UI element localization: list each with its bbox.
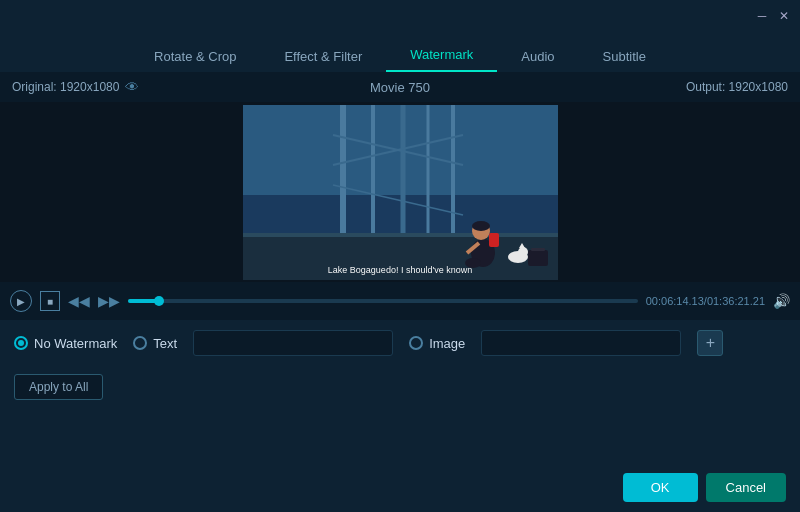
cancel-button[interactable]: Cancel [706, 473, 786, 502]
prev-button[interactable]: ◀◀ [68, 290, 90, 312]
time-display: 00:06:14.13/01:36:21.21 [646, 295, 765, 307]
video-container: Lake Bogaguedo! I should've known [0, 102, 800, 282]
eye-icon[interactable]: 👁 [125, 79, 139, 95]
progress-bar[interactable] [128, 299, 638, 303]
svg-text:Lake Bogaguedo! I should've kn: Lake Bogaguedo! I should've known [327, 265, 471, 275]
tab-audio[interactable]: Audio [497, 41, 578, 72]
volume-icon[interactable]: 🔊 [773, 293, 790, 309]
output-label: Output: 1920x1080 [686, 80, 788, 94]
stop-button[interactable]: ■ [40, 291, 60, 311]
play-button[interactable]: ▶ [10, 290, 32, 312]
close-button[interactable]: ✕ [776, 8, 792, 24]
bottom-bar: OK Cancel [0, 463, 800, 512]
movie-title: Movie 750 [370, 80, 430, 95]
image-option[interactable]: Image [409, 336, 465, 351]
tab-watermark[interactable]: Watermark [386, 39, 497, 72]
tab-rotate-crop[interactable]: Rotate & Crop [130, 41, 260, 72]
controls-bar: ▶ ■ ◀◀ ▶▶ 00:06:14.13/01:36:21.21 🔊 [0, 282, 800, 320]
ok-button[interactable]: OK [623, 473, 698, 502]
text-label: Text [153, 336, 177, 351]
text-input[interactable] [193, 330, 393, 356]
output-info: Output: 1920x1080 [686, 80, 788, 94]
image-label: Image [429, 336, 465, 351]
svg-rect-21 [528, 250, 548, 266]
video-frame: Lake Bogaguedo! I should've known [243, 105, 558, 280]
progress-handle[interactable] [154, 296, 164, 306]
apply-section: Apply to All [0, 366, 800, 408]
original-label: Original: 1920x1080 [12, 80, 119, 94]
minimize-button[interactable]: ─ [754, 8, 770, 24]
tab-bar: Rotate & Crop Effect & Filter Watermark … [0, 32, 800, 72]
no-watermark-label: No Watermark [34, 336, 117, 351]
text-option[interactable]: Text [133, 336, 177, 351]
svg-point-14 [472, 221, 490, 231]
tab-effect-filter[interactable]: Effect & Filter [260, 41, 386, 72]
original-info: Original: 1920x1080 👁 [12, 79, 139, 95]
image-input[interactable] [481, 330, 681, 356]
window-controls: ─ ✕ [754, 8, 792, 24]
next-button[interactable]: ▶▶ [98, 290, 120, 312]
add-image-button[interactable]: + [697, 330, 723, 356]
svg-rect-15 [489, 233, 499, 247]
watermark-section: No Watermark Text Image + [0, 320, 800, 366]
title-bar: ─ ✕ [0, 0, 800, 32]
no-watermark-option[interactable]: No Watermark [14, 336, 117, 351]
text-radio[interactable] [133, 336, 147, 350]
preview-header: Original: 1920x1080 👁 Movie 750 Output: … [0, 72, 800, 102]
apply-all-button[interactable]: Apply to All [14, 374, 103, 400]
image-radio[interactable] [409, 336, 423, 350]
tab-subtitle[interactable]: Subtitle [579, 41, 670, 72]
svg-point-19 [518, 247, 528, 257]
no-watermark-radio[interactable] [14, 336, 28, 350]
svg-rect-11 [243, 233, 558, 237]
svg-rect-22 [531, 248, 545, 251]
